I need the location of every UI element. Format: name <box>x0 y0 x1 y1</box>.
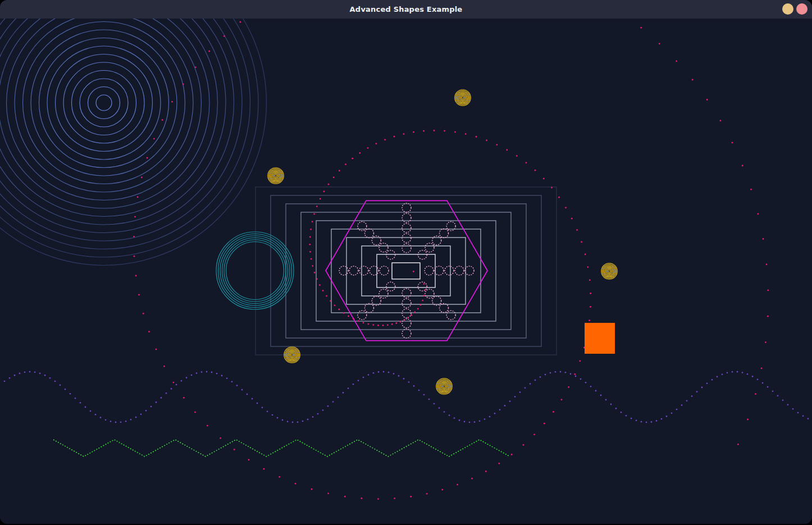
zigzag-line <box>53 440 510 456</box>
teal-spiral <box>216 232 294 309</box>
gold-coil <box>601 263 618 280</box>
minimize-button[interactable] <box>782 3 793 15</box>
shapes-canvas <box>0 19 812 524</box>
orbit-dot-circles <box>339 203 474 338</box>
orange-square-group <box>585 323 615 354</box>
drawing-canvas <box>0 19 812 524</box>
gold-coil <box>436 378 453 395</box>
app-window: Advanced Shapes Example <box>0 0 812 524</box>
gold-coil <box>268 168 284 184</box>
hexagon-outline <box>326 200 487 340</box>
titlebar: Advanced Shapes Example <box>0 0 812 19</box>
close-button[interactable] <box>796 3 808 15</box>
spiral-dots <box>133 21 769 500</box>
window-title: Advanced Shapes Example <box>350 5 463 13</box>
ripple-circles <box>0 19 267 266</box>
sine-wave-dots <box>4 371 809 423</box>
window-buttons <box>782 3 808 15</box>
gold-coils <box>268 90 618 395</box>
gold-coil <box>455 90 471 106</box>
orange-square <box>585 323 615 354</box>
